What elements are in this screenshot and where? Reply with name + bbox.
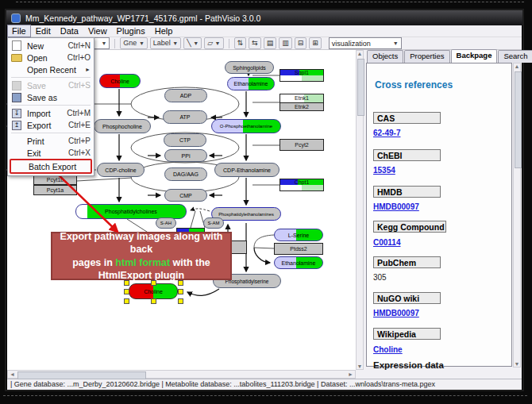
open-folder-icon — [11, 53, 22, 62]
title-bar[interactable]: Mm_Kennedy_pathway_WP1771_45176.gpml - P… — [6, 10, 522, 25]
node-dag-aag[interactable]: DAG/AAG — [164, 167, 207, 181]
selection-handle[interactable] — [124, 298, 129, 304]
node-atp[interactable]: ATP — [163, 110, 207, 124]
xref-header-kegg: Kegg Compound — [373, 221, 446, 233]
node-ethanolamine-bottom[interactable]: Ethanolamine — [274, 256, 323, 269]
node-adp[interactable]: ADP — [164, 89, 207, 102]
file-menu-item-open-recent[interactable]: Open Recent ► — [8, 63, 94, 75]
scrollbar-thumb[interactable] — [357, 59, 364, 116]
node-ppi[interactable]: PPi — [164, 149, 207, 162]
file-menu-item-batch-export[interactable]: Batch Export — [10, 159, 92, 174]
xref-link-kegg[interactable]: C00114 — [373, 238, 400, 247]
menu-help[interactable]: Help — [150, 25, 178, 37]
menu-separator — [11, 133, 91, 133]
file-menu-item-open[interactable]: Open Ctrl+O — [8, 52, 94, 63]
selection-handle[interactable] — [178, 289, 183, 294]
file-menu-item-new[interactable]: New Ctrl+N — [8, 40, 94, 52]
selection-handle[interactable] — [151, 298, 156, 304]
menu-view[interactable]: View — [83, 25, 112, 37]
scroll-right-arrow[interactable]: ► — [348, 371, 353, 377]
callout-line: Export pathway images along with back — [52, 230, 230, 256]
align-middle-button[interactable]: ⇆ — [249, 37, 261, 49]
stack-horizontal-button[interactable]: ▥ — [279, 37, 292, 49]
shape-tool-button[interactable]: ▱ ▼ — [204, 37, 223, 49]
canvas-vertical-scrollbar[interactable]: ▲ ▼ — [356, 50, 364, 370]
gene-box-chpt1[interactable]: Chpt1 — [279, 179, 324, 191]
menu-item-shortcut: Ctrl+S — [68, 81, 91, 90]
file-menu-item-print[interactable]: Print Ctrl+P — [8, 135, 94, 147]
align-center-button[interactable]: ⇅ — [234, 37, 247, 49]
scroll-up-arrow[interactable]: ▲ — [514, 63, 520, 69]
file-menu-item-import[interactable]: ↧ Import Ctrl+M — [8, 107, 94, 119]
gene-box-ptdss2[interactable]: Ptdss2 — [274, 243, 323, 255]
menu-item-label: Save — [27, 81, 62, 90]
stack-vertical-button[interactable]: ▤ — [264, 37, 277, 49]
node-sphingolipids[interactable]: Sphingolipids — [225, 61, 274, 74]
visualization-value: visualization — [332, 39, 371, 48]
node-cmp[interactable]: CMP — [164, 189, 207, 202]
gene-tool-button[interactable]: Gne ▼ — [120, 37, 147, 49]
scroll-up-arrow[interactable]: ▲ — [357, 51, 363, 56]
label-tool-button[interactable]: Label ▼ — [150, 37, 181, 49]
gene-label: Etnk1 — [280, 94, 323, 102]
canvas-horizontal-scrollbar[interactable]: ◄ ► — [7, 370, 356, 379]
node-cdp-ethanolamine[interactable]: CDP-Ethanolamine — [214, 163, 279, 177]
tab-properties[interactable]: Properties — [404, 50, 449, 63]
scrollbar-thumb[interactable] — [515, 71, 522, 168]
selection-handle[interactable] — [124, 280, 129, 286]
menu-item-spacer — [11, 65, 22, 74]
tab-objects[interactable]: Objects — [367, 50, 403, 63]
menu-item-label: Save as — [27, 93, 84, 102]
visualization-combobox[interactable]: visualization ▼ — [329, 37, 402, 49]
file-menu-item-save: Save Ctrl+S — [8, 79, 94, 91]
xref-link-cas[interactable]: 62-49-7 — [373, 129, 400, 137]
menu-item-shortcut: Ctrl+X — [68, 148, 91, 157]
node-cdp-choline[interactable]: CDP-choline — [97, 163, 145, 177]
menu-file[interactable]: File — [7, 25, 31, 37]
scrollbar-thumb[interactable] — [17, 371, 146, 379]
gene-label: Pcyt2 — [280, 140, 323, 150]
menu-edit[interactable]: Edit — [31, 25, 56, 37]
node-ethanolamine-top[interactable]: Ethanolamine — [227, 77, 275, 90]
gene-box-etnk[interactable]: Etnk1 Etnk2 — [279, 94, 324, 111]
xref-link-wikipedia[interactable]: Choline — [373, 345, 403, 354]
tab-backpage[interactable]: Backpage — [451, 49, 498, 63]
file-menu-item-exit[interactable]: Exit Ctrl+X — [8, 147, 94, 159]
chevron-down-icon: ▼ — [215, 40, 221, 46]
common-width-button[interactable]: ⊟ — [295, 37, 307, 49]
gene-box-pcyt2[interactable]: Pcyt2 — [279, 139, 324, 151]
screenshot-root: { "window": { "title": "Mm_Kennedy_pathw… — [0, 0, 532, 404]
selection-handle[interactable] — [178, 280, 183, 286]
common-height-button[interactable]: ⊞ — [309, 37, 322, 49]
callout-highlight-text: html format — [115, 257, 170, 268]
line-tool-button[interactable]: ╲ ▼ — [183, 37, 202, 49]
file-menu-item-save-as[interactable]: Save as — [8, 91, 94, 103]
node-o-phosphoethanolamine[interactable]: O-Phosphoethanolamine — [211, 119, 281, 133]
node-l-serine[interactable]: L-Serine — [274, 229, 323, 241]
scroll-down-arrow[interactable]: ▼ — [514, 361, 520, 367]
screen-edge-artifact — [3, 395, 527, 396]
node-choline-top[interactable]: Choline — [99, 74, 141, 88]
menu-plugins[interactable]: Plugins — [112, 25, 150, 37]
menu-item-spacer — [13, 162, 24, 171]
node-ctp[interactable]: CTP — [164, 133, 206, 147]
xref-link-chebi[interactable]: 15354 — [373, 166, 395, 175]
gene-box-sgpl1[interactable]: Sgpl1 — [279, 69, 324, 82]
xref-link-hmdb[interactable]: HMDB00097 — [373, 202, 419, 211]
gene-box-pcyt1a[interactable]: Pcyt1a — [33, 185, 77, 195]
cross-references-heading: Cross references — [375, 79, 453, 90]
scroll-left-arrow[interactable]: ◄ — [10, 371, 15, 377]
selection-handle[interactable] — [178, 298, 183, 304]
node-sah[interactable]: S-AH — [156, 217, 176, 229]
scroll-down-arrow[interactable]: ▼ — [357, 364, 363, 369]
node-sam[interactable]: S-AM — [203, 217, 224, 229]
xref-link-nugo[interactable]: HMDB00097 — [373, 309, 419, 317]
tab-search[interactable]: Search — [498, 50, 532, 63]
menu-data[interactable]: Data — [56, 25, 83, 37]
file-menu-item-export[interactable]: ↥ Export Ctrl+E — [8, 119, 94, 131]
node-phosphocholine[interactable]: Phosphocholine — [94, 119, 151, 133]
panel-vertical-scrollbar[interactable]: ▲ ▼ — [513, 63, 521, 367]
node-choline-selected[interactable]: Choline — [129, 283, 178, 299]
selection-handle[interactable] — [124, 289, 129, 294]
selection-handle[interactable] — [151, 280, 156, 286]
